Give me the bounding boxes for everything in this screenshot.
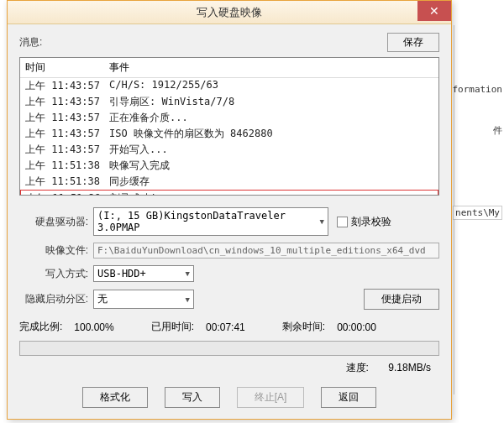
log-listbox[interactable]: 时间 事件 上午 11:43:57C/H/S: 1912/255/63 上午 1… xyxy=(19,57,439,196)
verify-label: 刻录校验 xyxy=(351,215,391,229)
image-row: 映像文件: F:\BaiduYunDownload\cn_windows_10_… xyxy=(19,243,439,258)
col-time-header: 时间 xyxy=(25,60,109,75)
button-row: 格式化 写入 终止[A] 返回 xyxy=(19,387,439,408)
hidden-label: 隐藏启动分区: xyxy=(19,292,93,306)
chevron-down-icon: ▼ xyxy=(186,295,190,304)
dialog-title: 写入硬盘映像 xyxy=(197,5,262,20)
drive-row: 硬盘驱动器: (I:, 15 GB)KingstonDataTraveler 3… xyxy=(19,207,439,236)
chevron-down-icon: ▼ xyxy=(320,217,324,226)
speed-label: 速度: xyxy=(346,362,369,373)
verify-checkbox[interactable] xyxy=(337,217,348,227)
log-row: 上午 11:43:57正在准备介质... xyxy=(20,110,438,126)
abort-button: 终止[A] xyxy=(237,387,305,408)
complete-label: 完成比例: xyxy=(19,320,62,334)
message-row: 消息: 保存 xyxy=(19,33,439,52)
hidden-value: 无 xyxy=(97,292,108,306)
close-button[interactable]: ✕ xyxy=(417,1,451,21)
save-button[interactable]: 保存 xyxy=(387,33,439,52)
portable-boot-button[interactable]: 便捷启动 xyxy=(364,289,439,310)
log-row: 上午 11:43:57C/H/S: 1912/255/63 xyxy=(20,78,438,94)
image-label: 映像文件: xyxy=(19,243,93,258)
log-row: 上午 11:43:57引导扇区: WinVista/7/8 xyxy=(20,94,438,110)
remain-label: 剩余时间: xyxy=(282,320,325,334)
drive-select[interactable]: (I:, 15 GB)KingstonDataTraveler 3.0PMAP … xyxy=(93,207,328,236)
chevron-down-icon: ▼ xyxy=(186,269,190,278)
log-row: 上午 11:51:38映像写入完成 xyxy=(20,158,438,174)
image-file-input[interactable]: F:\BaiduYunDownload\cn_windows_10_multip… xyxy=(93,243,439,258)
method-select[interactable]: USB-HDD+ ▼ xyxy=(93,265,194,282)
progress-stats: 完成比例: 100.00% 已用时间: 00:07:41 剩余时间: 00:00… xyxy=(19,320,439,334)
log-row: 上午 11:51:38同步缓存 xyxy=(20,174,438,190)
method-row: 写入方式: USB-HDD+ ▼ xyxy=(19,265,439,282)
log-row-success: 上午 11:51:39刻录成功! xyxy=(20,190,438,196)
close-icon: ✕ xyxy=(429,4,439,18)
form-area: 硬盘驱动器: (I:, 15 GB)KingstonDataTraveler 3… xyxy=(19,207,439,310)
titlebar: 写入硬盘映像 ✕ xyxy=(8,1,451,24)
background-window: Information 件 nents\My xyxy=(454,25,504,394)
speed-value: 9.18MB/s xyxy=(388,362,431,373)
complete-value: 100.00% xyxy=(74,321,113,333)
write-button[interactable]: 写入 xyxy=(165,387,220,408)
message-label: 消息: xyxy=(19,35,42,50)
hidden-select[interactable]: 无 ▼ xyxy=(93,290,194,309)
back-button[interactable]: 返回 xyxy=(321,387,376,408)
write-disk-image-dialog: 写入硬盘映像 ✕ 消息: 保存 时间 事件 上午 11:43:57C/H/S: … xyxy=(7,0,452,420)
drive-label: 硬盘驱动器: xyxy=(19,215,93,229)
bg-path: nents\My xyxy=(453,206,502,220)
log-header: 时间 事件 xyxy=(20,58,438,78)
bg-text: 件 xyxy=(493,124,502,137)
col-event-header: 事件 xyxy=(109,60,129,75)
verify-checkbox-wrap[interactable]: 刻录校验 xyxy=(337,215,391,229)
elapsed-label: 已用时间: xyxy=(151,320,194,334)
log-row: 上午 11:43:57开始写入... xyxy=(20,142,438,158)
remain-value: 00:00:00 xyxy=(337,321,376,333)
speed-row: 速度: 9.18MB/s xyxy=(19,361,439,375)
method-label: 写入方式: xyxy=(19,267,93,281)
method-value: USB-HDD+ xyxy=(97,268,146,279)
drive-value: (I:, 15 GB)KingstonDataTraveler 3.0PMAP xyxy=(97,210,320,233)
format-button[interactable]: 格式化 xyxy=(82,387,148,408)
dialog-content: 消息: 保存 时间 事件 上午 11:43:57C/H/S: 1912/255/… xyxy=(8,24,451,419)
hidden-row: 隐藏启动分区: 无 ▼ 便捷启动 xyxy=(19,289,439,310)
progress-bar xyxy=(19,341,439,356)
elapsed-value: 00:07:41 xyxy=(206,321,245,333)
log-row: 上午 11:43:57ISO 映像文件的扇区数为 8462880 xyxy=(20,126,438,142)
